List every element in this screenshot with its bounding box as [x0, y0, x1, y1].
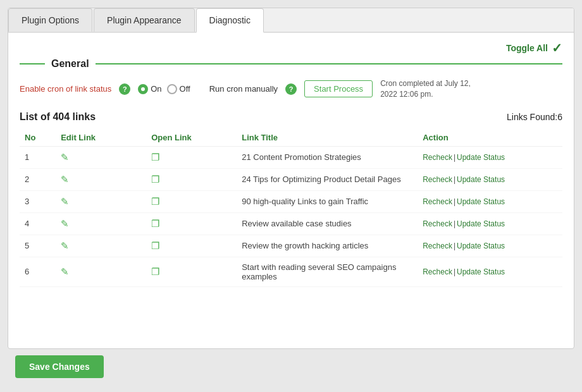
- pipe-separator: |: [454, 267, 455, 276]
- row-no: 1: [20, 146, 56, 168]
- cron-radio-group: On Off: [138, 84, 190, 94]
- content-area: Toggle All ✓ General Enable cron of link…: [8, 33, 574, 348]
- update-status-link[interactable]: Update Status: [457, 242, 505, 250]
- recheck-link[interactable]: Recheck: [423, 197, 452, 206]
- update-status-link[interactable]: Update Status: [457, 175, 505, 184]
- cron-help-icon[interactable]: ?: [119, 83, 130, 95]
- open-link-icon[interactable]: ❐: [151, 152, 159, 162]
- radio-on-indicator: [138, 84, 148, 94]
- row-action: Recheck|Update Status: [418, 257, 562, 286]
- edit-link-icon[interactable]: ✎: [61, 240, 69, 251]
- table-row: 4 ✎ ❐ Review available case studies Rech…: [20, 212, 562, 235]
- edit-link-icon[interactable]: ✎: [61, 152, 69, 162]
- start-process-button[interactable]: Start Process: [304, 80, 373, 97]
- edit-link-icon[interactable]: ✎: [61, 196, 69, 207]
- chevron-down-icon[interactable]: ✓: [552, 40, 562, 56]
- list-title: List of 404 links: [20, 111, 96, 123]
- row-title: Review available case studies: [237, 212, 418, 235]
- recheck-link[interactable]: Recheck: [423, 153, 452, 162]
- row-action: Recheck|Update Status: [418, 235, 562, 257]
- pipe-separator: |: [454, 197, 455, 206]
- radio-off-option[interactable]: Off: [167, 84, 190, 94]
- pipe-separator: |: [454, 219, 455, 228]
- edit-link-icon[interactable]: ✎: [61, 218, 69, 229]
- row-title: 90 high-quality Links to gain Traffic: [237, 190, 418, 212]
- col-action: Action: [418, 129, 562, 147]
- open-link-icon[interactable]: ❐: [151, 174, 159, 185]
- row-edit-cell: ✎: [56, 212, 146, 235]
- row-edit-cell: ✎: [56, 168, 146, 190]
- pipe-separator: |: [454, 242, 455, 250]
- update-status-link[interactable]: Update Status: [457, 267, 505, 276]
- row-no: 6: [20, 257, 56, 286]
- run-cron-help-icon[interactable]: ?: [285, 83, 297, 95]
- row-no: 3: [20, 190, 56, 212]
- cron-row: Enable cron of link status ? On Off Run …: [20, 78, 562, 100]
- row-open-cell: ❐: [146, 168, 237, 190]
- edit-link-icon[interactable]: ✎: [61, 266, 69, 277]
- table-row: 1 ✎ ❐ 21 Content Promotion Strategies Re…: [20, 146, 562, 168]
- table-row: 3 ✎ ❐ 90 high-quality Links to gain Traf…: [20, 190, 562, 212]
- tab-bar: Plugin Options Plugin Appearance Diagnos…: [8, 8, 574, 33]
- save-changes-button[interactable]: Save Changes: [15, 355, 104, 378]
- row-edit-cell: ✎: [56, 257, 146, 286]
- col-no: No: [20, 129, 56, 147]
- links-found-count: 6: [557, 112, 562, 122]
- update-status-link[interactable]: Update Status: [457, 219, 505, 228]
- section-header: General: [20, 58, 562, 70]
- row-title: 24 Tips for Optimizing Product Detail Pa…: [237, 168, 418, 190]
- row-action: Recheck|Update Status: [418, 212, 562, 235]
- tab-diagnostic[interactable]: Diagnostic: [196, 8, 264, 33]
- recheck-link[interactable]: Recheck: [423, 219, 452, 228]
- radio-on-label: On: [151, 84, 161, 94]
- row-open-cell: ❐: [146, 235, 237, 257]
- list-header-row: List of 404 links Links Found:6: [20, 111, 562, 123]
- table-row: 6 ✎ ❐ Start with reading several SEO cam…: [20, 257, 562, 286]
- radio-off-indicator: [167, 84, 177, 94]
- col-title: Link Title: [237, 129, 418, 147]
- row-action: Recheck|Update Status: [418, 146, 562, 168]
- open-link-icon[interactable]: ❐: [151, 240, 159, 251]
- edit-link-icon[interactable]: ✎: [61, 174, 69, 185]
- open-link-icon[interactable]: ❐: [151, 266, 159, 277]
- row-open-cell: ❐: [146, 257, 237, 286]
- radio-on-option[interactable]: On: [138, 84, 161, 94]
- run-cron-label: Run cron manually: [209, 84, 278, 94]
- radio-off-label: Off: [180, 84, 190, 94]
- open-link-icon[interactable]: ❐: [151, 218, 159, 229]
- open-link-icon[interactable]: ❐: [151, 196, 159, 207]
- update-status-link[interactable]: Update Status: [457, 197, 505, 206]
- recheck-link[interactable]: Recheck: [423, 175, 452, 184]
- tab-plugin-appearance[interactable]: Plugin Appearance: [94, 8, 195, 32]
- pipe-separator: |: [454, 153, 455, 162]
- row-open-cell: ❐: [146, 190, 237, 212]
- section-line-left: [20, 63, 45, 64]
- cron-label: Enable cron of link status: [20, 84, 111, 94]
- links-table: No Edit Link Open Link Link Title Action…: [20, 129, 562, 287]
- table-row: 5 ✎ ❐ Review the growth hacking articles…: [20, 235, 562, 257]
- recheck-link[interactable]: Recheck: [423, 242, 452, 250]
- row-no: 2: [20, 168, 56, 190]
- section-title: General: [51, 58, 89, 70]
- row-action: Recheck|Update Status: [418, 168, 562, 190]
- row-title: 21 Content Promotion Strategies: [237, 146, 418, 168]
- col-open: Open Link: [146, 129, 237, 147]
- recheck-link[interactable]: Recheck: [423, 267, 452, 276]
- footer: Save Changes: [8, 349, 574, 384]
- links-found: Links Found:6: [507, 112, 562, 122]
- row-open-cell: ❐: [146, 212, 237, 235]
- row-open-cell: ❐: [146, 146, 237, 168]
- row-edit-cell: ✎: [56, 190, 146, 212]
- col-edit: Edit Link: [56, 129, 146, 147]
- table-row: 2 ✎ ❐ 24 Tips for Optimizing Product Det…: [20, 168, 562, 190]
- tab-plugin-options[interactable]: Plugin Options: [8, 8, 92, 32]
- links-found-label: Links Found:: [507, 112, 557, 122]
- update-status-link[interactable]: Update Status: [457, 153, 505, 162]
- toggle-all-label[interactable]: Toggle All: [506, 43, 548, 53]
- row-action: Recheck|Update Status: [418, 190, 562, 212]
- row-title: Start with reading several SEO campaigns…: [237, 257, 418, 286]
- pipe-separator: |: [454, 175, 455, 184]
- section-line-right: [96, 63, 562, 64]
- toggle-all-row: Toggle All ✓: [20, 40, 562, 56]
- row-edit-cell: ✎: [56, 235, 146, 257]
